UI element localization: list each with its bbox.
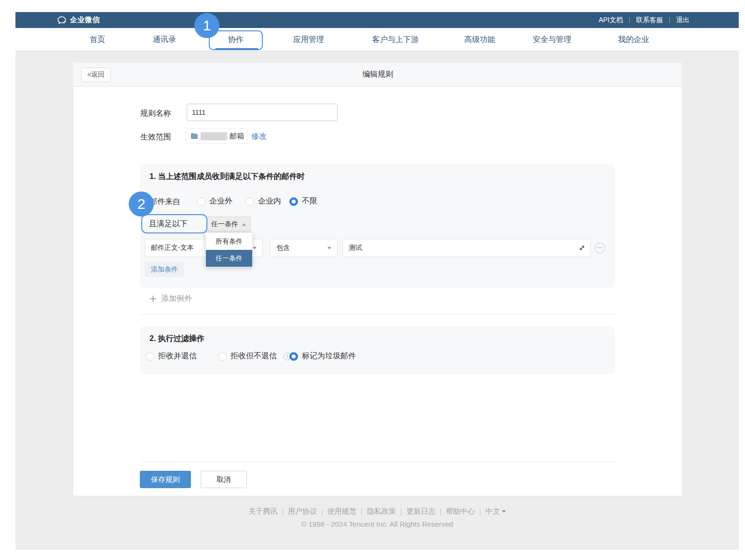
radio-label: 拒收并退信	[158, 351, 197, 361]
scope-label: 生效范围	[140, 132, 171, 142]
wecom-bubble-icon	[56, 15, 67, 26]
radio-label: 标记为垃圾邮件	[302, 351, 356, 361]
mail-from-label: 邮件来自	[149, 197, 180, 207]
screen: 企业微信 API文档 联系客服 退出 首页 通讯录 协作 应用管理 客户与上下游…	[0, 0, 745, 560]
divider	[140, 314, 615, 314]
chevron-down-icon	[253, 247, 257, 249]
annotation-step-2-badge: 2	[129, 191, 154, 217]
footer-usage-rules[interactable]: 使用规范	[327, 507, 356, 515]
contact-support-link[interactable]: 联系客服	[636, 16, 663, 25]
add-exception-button[interactable]: 添加例外	[149, 294, 192, 304]
footer-privacy-policy[interactable]: 隐私政策	[367, 507, 396, 515]
page-title: 编辑规则	[73, 69, 682, 80]
radio-unlimited[interactable]: 不限	[289, 196, 317, 206]
tab-advanced-features[interactable]: 高级功能	[464, 28, 495, 51]
brand-logo[interactable]: 企业微信	[56, 12, 100, 28]
cancel-button[interactable]: 取消	[201, 471, 247, 488]
radio-label: 企业外	[209, 196, 232, 206]
footer-links: 关于腾讯用户协议使用规范隐私政策更新日志帮助中心中文	[15, 506, 739, 516]
footer-help-center[interactable]: 帮助中心	[446, 507, 475, 515]
match-type-menu: 所有条件 任一条件	[205, 232, 253, 267]
footer-about-tencent[interactable]: 关于腾讯	[248, 507, 277, 515]
radio-external[interactable]: 企业外	[197, 196, 232, 206]
card-header: «返回 编辑规则	[73, 63, 682, 87]
condition-value-wrap	[342, 239, 591, 257]
radio-circle	[197, 197, 205, 206]
rule-name-label: 规则名称	[140, 109, 171, 119]
copyright-text: © 1998 - 2024 Tencent Inc. All Rights Re…	[15, 520, 739, 528]
menu-item-all-conditions[interactable]: 所有条件	[206, 233, 252, 250]
divider	[479, 507, 481, 516]
divider	[440, 507, 442, 516]
radio-label: 企业内	[258, 196, 281, 206]
tab-app-management[interactable]: 应用管理	[293, 28, 324, 51]
radio-circle	[218, 352, 227, 361]
api-docs-link[interactable]: API文档	[598, 16, 623, 25]
divider	[361, 507, 363, 516]
chevron-down-icon	[502, 510, 506, 513]
footer-user-agreement[interactable]: 用户协议	[288, 507, 317, 515]
rule-name-input[interactable]	[187, 104, 338, 121]
divider	[282, 507, 284, 516]
topbar: 企业微信 API文档 联系客服 退出	[15, 12, 739, 28]
divider	[400, 507, 402, 516]
divider	[321, 507, 323, 516]
footer-changelog[interactable]: 更新日志	[406, 507, 435, 515]
save-rule-button[interactable]: 保存规则	[140, 471, 191, 488]
folder-icon	[190, 133, 198, 139]
match-type-dropdown[interactable]: 任一条件	[206, 217, 251, 232]
divider	[140, 462, 615, 462]
brand-name: 企业微信	[70, 15, 100, 25]
section2-title: 2. 执行过滤操作	[149, 334, 204, 344]
chevron-down-icon	[327, 247, 331, 249]
section-filter-action	[140, 326, 615, 374]
topbar-links: API文档 联系客服 退出	[598, 12, 690, 28]
condition-value-input[interactable]	[342, 239, 591, 257]
radio-internal[interactable]: 企业内	[245, 196, 281, 206]
tab-contacts[interactable]: 通讯录	[153, 28, 176, 51]
main-nav: 首页 通讯录 协作 应用管理 客户与上下游 高级功能 安全与管理 我的企业	[15, 28, 739, 51]
radio-reject-no-bounce[interactable]: 拒收但不退信	[218, 351, 291, 361]
tab-customers[interactable]: 客户与上下游	[372, 28, 419, 51]
language-selector[interactable]: 中文	[486, 506, 506, 515]
annotation-highlight-collaboration-tab	[209, 30, 263, 50]
plus-icon	[149, 295, 157, 302]
radio-circle	[245, 197, 254, 206]
menu-item-any-condition[interactable]: 任一条件	[206, 250, 252, 267]
language-label: 中文	[486, 507, 500, 515]
match-prefix-label: 且满足以下	[149, 219, 188, 229]
expand-icon[interactable]	[578, 244, 586, 252]
radio-circle-selected	[289, 197, 298, 206]
logout-link[interactable]: 退出	[676, 16, 690, 25]
add-condition-button[interactable]: 添加条件	[145, 262, 184, 277]
add-exception-label: 添加例外	[161, 294, 192, 304]
scope-value-box: 邮箱	[187, 128, 248, 144]
tab-home[interactable]: 首页	[90, 28, 105, 51]
chevron-up-icon	[242, 223, 246, 226]
redacted-scope-name	[201, 132, 227, 140]
annotation-step-1-badge: 1	[194, 13, 219, 38]
condition-operator-select[interactable]: 包含	[270, 239, 338, 257]
modify-scope-link[interactable]: 修改	[251, 132, 267, 142]
radio-label: 拒收但不退信	[230, 351, 277, 361]
divider	[629, 17, 630, 23]
tab-security-management[interactable]: 安全与管理	[533, 28, 571, 51]
divider	[669, 17, 670, 23]
tab-my-company[interactable]: 我的企业	[618, 28, 649, 51]
radio-circle-selected	[289, 352, 298, 361]
match-type-value: 任一条件	[211, 220, 242, 229]
radio-mark-as-spam[interactable]: 标记为垃圾邮件	[289, 351, 356, 361]
radio-reject-and-bounce[interactable]: 拒收并退信	[146, 351, 197, 361]
section1-title: 1. 当上述范围成员收到满足以下条件的邮件时	[149, 172, 305, 182]
remove-condition-button[interactable]	[595, 243, 605, 253]
radio-label: 不限	[302, 196, 317, 206]
condition-operator-value: 包含	[276, 244, 327, 252]
scope-name-suffix: 邮箱	[230, 132, 244, 141]
radio-circle	[146, 352, 154, 361]
